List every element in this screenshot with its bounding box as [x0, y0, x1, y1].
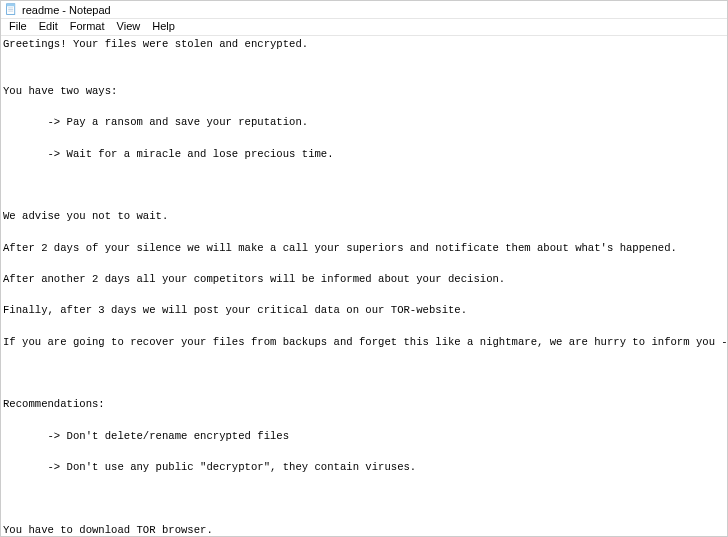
svg-rect-1	[7, 4, 15, 6]
title-bar: readme - Notepad	[1, 1, 727, 19]
text-area[interactable]: Greetings! Your files were stolen and en…	[1, 36, 727, 536]
menu-format[interactable]: Format	[64, 19, 111, 35]
notepad-icon	[5, 3, 18, 16]
menu-view[interactable]: View	[111, 19, 147, 35]
menu-file[interactable]: File	[3, 19, 33, 35]
menu-bar: File Edit Format View Help	[1, 19, 727, 36]
menu-help[interactable]: Help	[146, 19, 181, 35]
menu-edit[interactable]: Edit	[33, 19, 64, 35]
window-title: readme - Notepad	[22, 4, 111, 16]
document-text: Greetings! Your files were stolen and en…	[3, 38, 727, 536]
